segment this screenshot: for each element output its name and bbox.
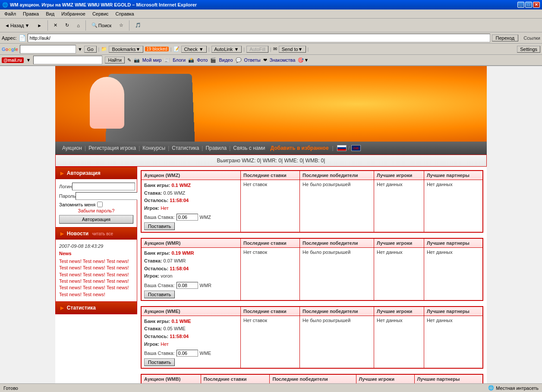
stop-button[interactable]: ✕ xyxy=(50,21,60,29)
remember-checkbox[interactable] xyxy=(97,202,103,207)
wme-best-players: Нет данных xyxy=(374,316,424,368)
auth-button[interactable]: Авторизация xyxy=(59,215,133,224)
mail-icon: ✉ xyxy=(273,46,277,52)
wmr-bet-input[interactable] xyxy=(176,282,198,289)
window-title: WM аукцион. Игры на WMZ WME WMU WMR EGOL… xyxy=(10,2,197,7)
wmr-bet-button[interactable]: Поставить xyxy=(144,291,175,298)
wmz-last-winners: Не было розыгрышей xyxy=(300,180,374,232)
nav-contact[interactable]: Связь с нами xyxy=(233,145,265,151)
mailru-moimir-link[interactable]: Мой мир xyxy=(142,57,161,63)
wmz-bank-label: Банк игры: xyxy=(144,183,170,188)
auction-wmz: Аукцион (WMZ) Последние ставки Последние… xyxy=(141,170,483,233)
wmz-bet-input[interactable] xyxy=(176,214,198,221)
back-button[interactable]: ◄ Назад ▼ xyxy=(2,22,32,29)
forward-button[interactable]: ► xyxy=(34,22,45,29)
search-button[interactable]: 🔍 Поиск xyxy=(88,21,114,29)
favorites-icon: ☆ xyxy=(119,22,123,28)
mailru-toolbar: @mail.ru ▼ Найти ✎ 📷 Мой мир 📰 Блоги 📸 Ф… xyxy=(0,55,542,66)
blocked-badge[interactable]: 19 blocked xyxy=(145,47,168,51)
toolbar-sep2: | xyxy=(170,47,172,52)
nav-rules[interactable]: Правила xyxy=(205,145,227,151)
win-text: Выиграно WMZ: 0| WMR: 0| WME: 0| WMB: 0| xyxy=(217,158,325,164)
close-button[interactable]: ✕ xyxy=(533,2,540,8)
flag-english[interactable]: GB xyxy=(351,145,361,151)
google-dropdown-icon: ▼ xyxy=(78,47,82,52)
nav-bar: Аукцион | Регистрация игрока | Конкурсы … xyxy=(55,142,487,155)
autofill-button[interactable]: AutoFill xyxy=(246,46,268,53)
sendto-button[interactable]: Send to▼ xyxy=(279,46,306,53)
google-go-button[interactable]: Go xyxy=(84,46,97,53)
auction-wmb-title-header: Аукцион (WMB) xyxy=(142,375,201,384)
auth-title: ► Авторизация xyxy=(56,167,137,179)
forgot-link[interactable]: Забыли пароль? xyxy=(59,208,133,213)
mailru-video-link[interactable]: Видео xyxy=(219,57,233,63)
wmr-bet-label: Ставка: xyxy=(144,258,162,263)
menu-file[interactable]: Файл xyxy=(2,10,19,17)
refresh-button[interactable]: ↻ xyxy=(62,21,72,29)
menu-help[interactable]: Справка xyxy=(113,10,137,17)
sidebar: ► Авторизация Логин Пароль За xyxy=(55,167,137,392)
wmz-bet-button[interactable]: Поставить xyxy=(144,222,175,230)
auction-wmz-bets-header: Последние ставки xyxy=(241,171,300,180)
maximize-button[interactable]: □ xyxy=(525,2,532,8)
wmr-left-value: 11:58:04 xyxy=(170,266,189,271)
auction-wmr-info: Банк игры: 0.19 WMR Ставка: 0.07 WMR Ост… xyxy=(142,248,241,300)
flag-russian[interactable] xyxy=(337,145,347,151)
media-button[interactable]: 🎵 xyxy=(132,21,144,29)
menu-favorites[interactable]: Избранное xyxy=(59,10,88,17)
home-button[interactable]: ⌂ xyxy=(74,22,83,29)
address-input[interactable] xyxy=(28,34,490,42)
auction-wme: Аукцион (WME) Последние ставки Последние… xyxy=(141,306,483,369)
password-label: Пароль xyxy=(59,193,76,199)
mailru-blogs-link[interactable]: Блоги xyxy=(173,57,186,63)
nav-contests[interactable]: Конкурсы xyxy=(142,145,165,151)
autolink-button[interactable]: AutoLink ▼ xyxy=(211,46,242,53)
news-category[interactable]: News xyxy=(59,250,133,257)
back-dropdown-icon: ▼ xyxy=(25,23,29,28)
login-input[interactable] xyxy=(72,183,135,190)
nav-stats[interactable]: Статистика xyxy=(172,145,199,151)
mailru-dating-link[interactable]: Знакомства xyxy=(270,57,296,63)
mailru-brand: @mail.ru xyxy=(2,57,24,63)
nav-add-favorite[interactable]: Добавить в избранное xyxy=(270,145,328,151)
mailru-answers-link[interactable]: Ответы xyxy=(244,57,261,63)
google-search-input[interactable] xyxy=(20,45,76,54)
password-input[interactable] xyxy=(76,192,139,200)
favorites-button[interactable]: ☆ xyxy=(116,21,126,29)
menu-bar: Файл Правка Вид Избранное Сервис Справка xyxy=(0,9,542,19)
browser-toolbar: ◄ Назад ▼ ► ✕ ↻ ⌂ 🔍 Поиск ☆ 🎵 xyxy=(0,19,542,32)
wme-bank-label: Банк игры: xyxy=(144,319,170,324)
wme-left-label: Осталось: xyxy=(144,334,168,339)
wmr-bank-label: Банк игры: xyxy=(144,250,170,256)
menu-tools[interactable]: Сервис xyxy=(90,10,111,17)
wme-bet-input[interactable] xyxy=(176,350,198,357)
wme-bet-button[interactable]: Поставить xyxy=(144,358,175,366)
forward-icon: ► xyxy=(37,23,42,28)
nav-register[interactable]: Регистрация игрока xyxy=(88,145,136,151)
minimize-button[interactable]: _ xyxy=(517,2,524,8)
nav-auction[interactable]: Аукцион xyxy=(62,145,82,151)
auction-wmz-info: Банк игры: 0.1 WMZ Ставка: 0.05 WMZ Оста… xyxy=(142,180,241,232)
mailru-photo-link[interactable]: Фото xyxy=(197,57,208,63)
news-read-all[interactable]: читать все xyxy=(92,231,113,236)
wmz-player-label: Игрок: xyxy=(144,205,159,211)
wme-bet-row: Ваша Ставка: WME xyxy=(144,350,238,357)
remember-row: Запомнить меня xyxy=(59,202,133,207)
mailru-find-button[interactable]: Найти xyxy=(105,57,124,63)
wmz-your-bet-label: Ваша Ставка: xyxy=(144,215,175,220)
go-button[interactable]: Переход xyxy=(492,35,519,41)
page-icon: 📄 xyxy=(19,35,26,41)
check-button[interactable]: Check ▼ xyxy=(181,46,207,53)
auction-wmr-title-header: Аукцион (WMR) xyxy=(142,239,241,248)
bookmarks-button[interactable]: Bookmarks▼ xyxy=(109,46,143,53)
wmr-best-players: Нет данных xyxy=(374,248,424,300)
settings-button[interactable]: Settings xyxy=(517,46,540,53)
google-toolbar: Google ▼ Go | 📁 Bookmarks▼ 19 blocked | … xyxy=(0,44,542,55)
mailru-search-input[interactable] xyxy=(33,56,102,64)
menu-view[interactable]: Вид xyxy=(43,10,57,17)
wmz-bet-label: Ставка: xyxy=(144,190,162,196)
back-icon: ◄ xyxy=(5,23,9,28)
auction-wmz-details: Банк игры: 0.1 WMZ Ставка: 0.05 WMZ Оста… xyxy=(144,182,238,212)
menu-edit[interactable]: Правка xyxy=(20,10,41,17)
stats-title: ► Статистика xyxy=(56,302,137,314)
